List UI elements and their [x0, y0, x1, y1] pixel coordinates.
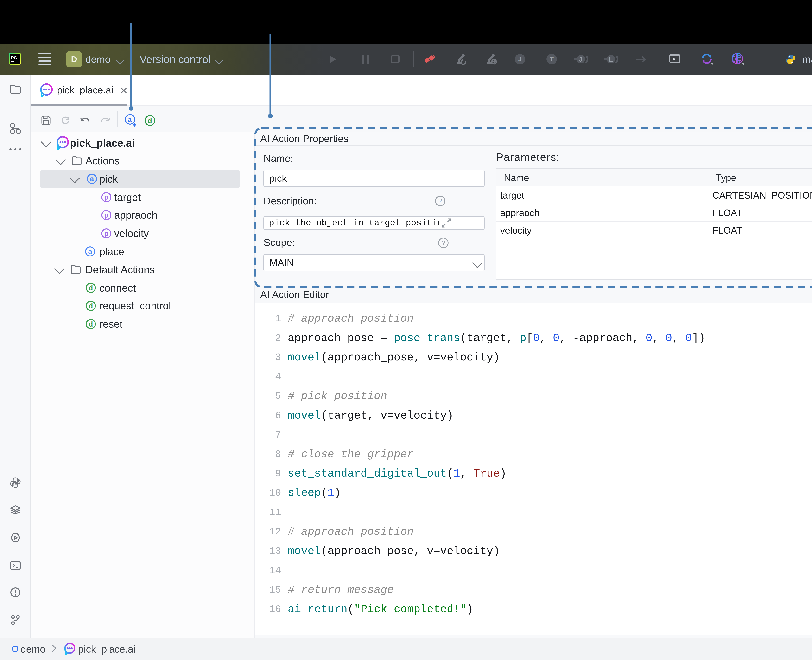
svg-text:d: d — [147, 117, 152, 125]
svg-text:PC: PC — [11, 55, 17, 60]
svg-text:L: L — [609, 56, 613, 63]
svg-text:J: J — [579, 56, 582, 63]
svg-text:a: a — [128, 116, 132, 124]
